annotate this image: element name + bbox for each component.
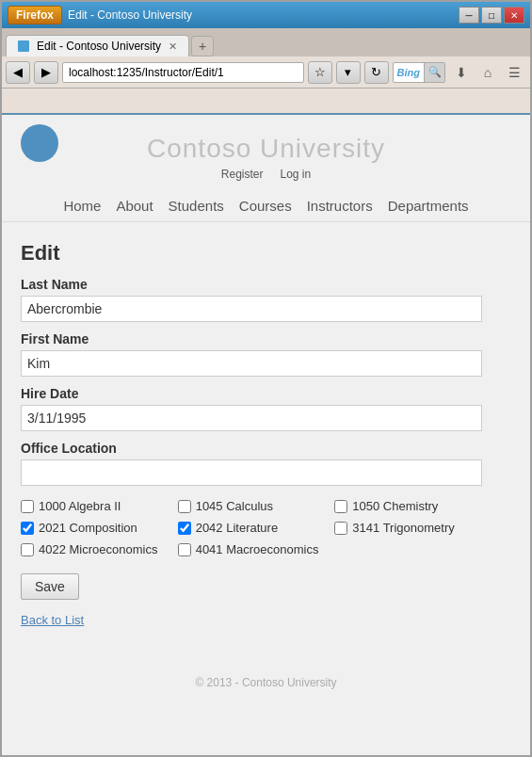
- course-checkbox-6[interactable]: [21, 543, 34, 556]
- title-bar: Firefox Edit - Contoso University ─ □ ✕: [2, 2, 530, 28]
- nav-departments[interactable]: Departments: [388, 198, 469, 214]
- course-item-1: 1045 Calculus: [178, 499, 326, 513]
- active-tab[interactable]: Edit - Contoso University ✕: [6, 35, 189, 56]
- course-item-4: 2042 Literature: [178, 521, 326, 535]
- office-location-input[interactable]: [21, 459, 482, 486]
- title-bar-controls: ─ □ ✕: [459, 7, 524, 24]
- tab-bar: Edit - Contoso University ✕ +: [2, 28, 530, 56]
- last-name-input[interactable]: [21, 296, 482, 322]
- bing-logo: Bing: [394, 67, 424, 78]
- menu-icon[interactable]: ☰: [502, 61, 526, 84]
- nav-students[interactable]: Students: [169, 198, 224, 214]
- course-checkbox-2[interactable]: [334, 500, 347, 513]
- page-heading: Edit: [21, 241, 511, 266]
- office-location-label: Office Location: [21, 441, 511, 456]
- course-label-0: 1000 Algebra II: [39, 499, 121, 513]
- page-content: Contoso University Register Log in Home …: [2, 115, 530, 755]
- footer-text: © 2013 - Contoso University: [195, 676, 336, 689]
- form-container: Edit Last Name First Name Hire Date Offi…: [2, 232, 530, 646]
- tab-close-icon[interactable]: ✕: [169, 40, 177, 53]
- bookmarks-down-icon[interactable]: ▾: [336, 61, 361, 84]
- course-checkbox-3[interactable]: [21, 522, 34, 535]
- address-bar: ◀ ▶ ☆ ▾ ↻ Bing 🔍 ⬇ ⌂ ☰: [2, 56, 530, 89]
- site-header: Contoso University Register Log in: [2, 115, 530, 190]
- course-checkbox-1[interactable]: [178, 500, 191, 513]
- back-to-list-link[interactable]: Back to List: [21, 613, 511, 627]
- course-checkbox-0[interactable]: [21, 500, 34, 513]
- course-checkbox-5[interactable]: [334, 522, 347, 535]
- close-button[interactable]: ✕: [504, 7, 524, 24]
- course-item-5: 3141 Trigonometry: [334, 521, 482, 535]
- tab-favicon: [18, 40, 29, 52]
- course-label-2: 1050 Chemistry: [352, 499, 438, 513]
- login-link[interactable]: Log in: [281, 168, 312, 181]
- course-item-3: 2021 Composition: [21, 521, 169, 535]
- download-icon[interactable]: ⬇: [449, 61, 474, 84]
- course-label-4: 2042 Literature: [196, 521, 278, 535]
- minimize-button[interactable]: ─: [459, 7, 479, 24]
- bookmarks-star-icon[interactable]: ☆: [308, 61, 332, 84]
- nav-about[interactable]: About: [116, 198, 153, 214]
- register-link[interactable]: Register: [221, 168, 264, 181]
- last-name-label: Last Name: [21, 277, 511, 292]
- first-name-input[interactable]: [21, 350, 482, 377]
- address-input[interactable]: [62, 62, 304, 83]
- hire-date-input[interactable]: [21, 405, 482, 431]
- home-icon[interactable]: ⌂: [476, 61, 500, 84]
- nav-instructors[interactable]: Instructors: [307, 198, 373, 214]
- title-bar-left: Firefox Edit - Contoso University: [8, 6, 192, 24]
- back-button[interactable]: ◀: [6, 61, 30, 84]
- restore-button[interactable]: □: [481, 7, 502, 24]
- course-label-7: 4041 Macroeconomics: [196, 542, 319, 556]
- nav-courses[interactable]: Courses: [239, 198, 292, 214]
- tab-title-text: Edit - Contoso University: [68, 8, 192, 22]
- courses-grid: 1000 Algebra II1045 Calculus1050 Chemist…: [21, 499, 482, 556]
- page-footer: © 2013 - Contoso University: [2, 665, 530, 701]
- course-item-0: 1000 Algebra II: [21, 499, 169, 513]
- course-item-2: 1050 Chemistry: [334, 499, 482, 513]
- course-checkbox-4[interactable]: [178, 522, 191, 535]
- course-item-6: 4022 Microeconomics: [21, 542, 169, 556]
- course-label-1: 1045 Calculus: [196, 499, 273, 513]
- course-item-7: 4041 Macroeconomics: [178, 542, 326, 556]
- course-label-5: 3141 Trigonometry: [352, 521, 454, 535]
- toolbar-row: [2, 89, 530, 115]
- new-tab-button[interactable]: +: [191, 36, 214, 56]
- hire-date-label: Hire Date: [21, 386, 511, 401]
- logo-circle: [21, 124, 58, 162]
- forward-button[interactable]: ▶: [34, 61, 58, 84]
- refresh-button[interactable]: ↻: [364, 61, 389, 84]
- nav-home[interactable]: Home: [63, 198, 101, 214]
- course-checkbox-7[interactable]: [178, 543, 191, 556]
- firefox-button[interactable]: Firefox: [8, 6, 62, 24]
- nav-menu: Home About Students Courses Instructors …: [2, 190, 530, 222]
- search-bar: Bing 🔍: [393, 62, 445, 83]
- course-label-3: 2021 Composition: [39, 521, 137, 535]
- auth-links: Register Log in: [2, 168, 530, 181]
- save-button[interactable]: Save: [21, 573, 79, 600]
- site-title: Contoso University: [147, 134, 385, 164]
- course-label-6: 4022 Microeconomics: [39, 542, 157, 556]
- tab-label: Edit - Contoso University: [37, 40, 161, 53]
- toolbar-icons: ⬇ ⌂ ☰: [449, 61, 526, 84]
- first-name-label: First Name: [21, 331, 511, 346]
- search-button[interactable]: 🔍: [424, 62, 444, 83]
- browser-window: Firefox Edit - Contoso University ─ □ ✕ …: [0, 0, 532, 757]
